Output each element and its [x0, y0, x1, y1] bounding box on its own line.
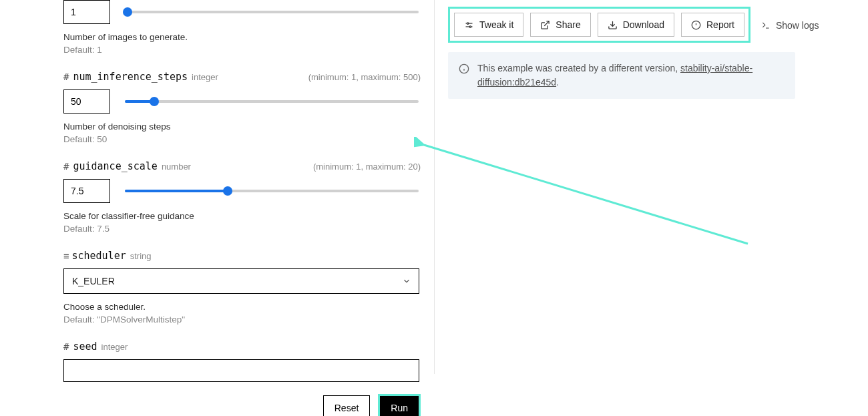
action-bar: Tweak it Share Download Report — [448, 7, 750, 43]
field-guidance-scale: # guidance_scale number (minimum: 1, max… — [63, 160, 421, 234]
run-button[interactable]: Run — [379, 395, 419, 416]
field-scheduler: ≡ scheduler string K_EULER Choose a sche… — [63, 250, 421, 325]
hash-icon: # — [63, 161, 69, 172]
num-inference-steps-default: Default: 50 — [63, 134, 421, 144]
num-inference-steps-input[interactable] — [63, 89, 110, 114]
field-name: num_inference_steps — [73, 71, 188, 83]
tweak-label: Tweak it — [479, 19, 513, 30]
share-icon — [540, 20, 550, 30]
hash-icon: # — [63, 341, 69, 352]
field-name: scheduler — [71, 250, 126, 262]
num-outputs-input[interactable] — [63, 0, 110, 24]
field-type: integer — [101, 342, 128, 352]
info-icon — [459, 63, 469, 74]
guidance-scale-input[interactable] — [63, 179, 110, 203]
scheduler-value: K_EULER — [72, 276, 115, 286]
guidance-scale-help: Scale for classifier-free guidance — [63, 211, 421, 221]
share-button[interactable]: Share — [530, 13, 590, 37]
download-label: Download — [623, 19, 664, 30]
hash-icon: # — [63, 71, 69, 82]
num-outputs-help: Number of images to generate. — [63, 32, 421, 42]
num-inference-steps-slider[interactable] — [125, 99, 419, 103]
guidance-scale-default: Default: 7.5 — [63, 224, 421, 234]
list-icon: ≡ — [63, 250, 67, 261]
field-type: integer — [192, 72, 218, 82]
show-logs-toggle[interactable]: Show logs — [761, 20, 819, 31]
scheduler-default: Default: "DPMSolverMultistep" — [63, 315, 421, 325]
num-inference-steps-help: Number of denoising steps — [63, 122, 421, 132]
field-name: seed — [73, 341, 97, 353]
show-logs-label: Show logs — [776, 20, 819, 31]
seed-input[interactable] — [63, 359, 419, 382]
field-constraints: (minimum: 1, maximum: 20) — [313, 162, 421, 172]
reset-button[interactable]: Reset — [323, 395, 371, 416]
svg-point-3 — [469, 25, 471, 27]
info-text: This example was created by a different … — [477, 61, 785, 89]
svg-point-2 — [467, 22, 469, 24]
sliders-icon — [464, 20, 474, 30]
field-type: number — [162, 162, 191, 172]
field-constraints: (minimum: 1, maximum: 500) — [308, 72, 421, 82]
alert-icon — [691, 20, 701, 30]
num-outputs-default: Default: 1 — [63, 45, 421, 55]
download-button[interactable]: Download — [598, 13, 674, 37]
report-button[interactable]: Report — [681, 13, 744, 37]
field-num-outputs: Number of images to generate. Default: 1 — [63, 0, 421, 55]
num-outputs-slider[interactable] — [125, 10, 419, 14]
terminal-icon — [761, 21, 771, 30]
field-name: guidance_scale — [73, 160, 157, 172]
guidance-scale-slider[interactable] — [125, 189, 419, 193]
scheduler-select[interactable]: K_EULER — [63, 268, 419, 294]
field-num-inference-steps: # num_inference_steps integer (minimum: … — [63, 71, 421, 144]
scheduler-help: Choose a scheduler. — [63, 302, 421, 312]
tweak-button[interactable]: Tweak it — [454, 13, 523, 37]
download-icon — [608, 20, 618, 30]
field-seed: # seed integer — [63, 341, 421, 382]
share-label: Share — [556, 19, 580, 30]
report-label: Report — [706, 19, 734, 30]
info-box: This example was created by a different … — [448, 52, 795, 99]
field-type: string — [130, 251, 152, 261]
